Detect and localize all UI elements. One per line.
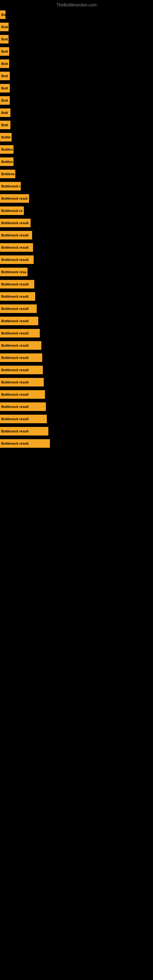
bar-row: Bott <box>0 70 153 82</box>
bar-label: Bottleneck resu <box>1 270 27 274</box>
bar-row: Bottle <box>0 131 153 143</box>
bar-label: Bottleneck result <box>1 405 29 409</box>
bar-fill: Bott <box>0 47 9 56</box>
bar-fill: Bottlen <box>0 158 13 166</box>
bar-fill: Bottleneck result <box>0 219 30 227</box>
bar-row: Bottlen <box>0 143 153 156</box>
bar-row: Bottleneck result <box>0 339 153 352</box>
bar-fill: Bottleneck resul <box>0 194 29 203</box>
bar-row: Bottleneck result <box>0 388 153 401</box>
bar-row: Bottleneck resul <box>0 192 153 205</box>
bar-row: Bottleneck result <box>0 290 153 302</box>
bar-fill: Bottlene <box>0 170 15 178</box>
bar-label: Bottleneck result <box>1 417 29 421</box>
site-title: TheBottlenecker.com <box>0 0 153 9</box>
bar-label: Bott <box>1 86 8 90</box>
bar-label: Bottlen <box>1 160 13 164</box>
bar-fill: Bottleneck result <box>0 231 32 240</box>
bar-fill: Bottleneck result <box>0 366 43 374</box>
bar-row: Bott <box>0 94 153 107</box>
bar-fill: Bott <box>0 59 9 68</box>
bar-fill: Bottleneck result <box>0 378 44 387</box>
bar-fill: Bottleneck result <box>0 439 50 448</box>
bar-row: Bottleneck result <box>0 241 153 254</box>
bar-label: Bottleneck result <box>1 258 29 261</box>
bar-fill: Bo <box>0 10 5 19</box>
bar-label: Bottleneck re <box>1 209 22 213</box>
bar-label: Bott <box>1 111 8 115</box>
bar-row: Bottleneck resu <box>0 266 153 278</box>
bar-fill: Bottleneck result <box>0 353 42 362</box>
bar-fill: Bottleneck result <box>0 317 38 325</box>
bar-fill: Bott <box>0 96 10 105</box>
bar-row: Bott <box>0 57 153 70</box>
bar-label: Bottleneck result <box>1 368 29 372</box>
bar-fill: Bottleneck result <box>0 243 33 252</box>
bar-fill: Bott <box>0 121 10 129</box>
bar-row: Bottleneck result <box>0 438 153 450</box>
bar-row: Bottleneck result <box>0 229 153 241</box>
bar-label: Bottleneck result <box>1 319 29 323</box>
bar-label: Bottleneck result <box>1 356 29 360</box>
bar-fill: Bottleneck result <box>0 292 35 301</box>
bar-label: Bottleneck result <box>1 442 29 445</box>
bar-row: Bottleneck r <box>0 180 153 192</box>
bar-label: Bottleneck resul <box>1 197 27 200</box>
bar-fill: Bottleneck result <box>0 329 40 337</box>
bar-row: Bott <box>0 45 153 57</box>
bar-row: Bottleneck result <box>0 302 153 315</box>
bar-fill: Bottleneck result <box>0 341 41 350</box>
bar-row: Bottlene <box>0 168 153 180</box>
bar-label: Bott <box>1 74 8 78</box>
bar-label: Bottlen <box>1 148 13 151</box>
bar-row: Bottleneck result <box>0 327 153 339</box>
bar-label: Bottleneck result <box>1 233 29 237</box>
bar-fill: Bott <box>0 23 9 31</box>
bar-row: Bottleneck result <box>0 315 153 327</box>
bar-fill: Bottle <box>0 133 12 142</box>
bar-label: Bott <box>1 62 8 65</box>
bar-label: Bott <box>1 25 8 29</box>
bar-label: Bottleneck result <box>1 430 29 433</box>
bar-label: Bott <box>1 123 8 127</box>
bar-row: Bottleneck re <box>0 205 153 217</box>
bar-label: Bottle <box>1 135 11 139</box>
bar-row: Bottleneck result <box>0 376 153 388</box>
bar-label: Bo <box>1 13 6 16</box>
bar-label: Bottleneck result <box>1 380 29 384</box>
bar-row: Bottlen <box>0 156 153 168</box>
bar-label: Bottleneck r <box>1 185 21 188</box>
bar-row: Bottleneck result <box>0 401 153 413</box>
bar-row: Bo <box>0 9 153 21</box>
bar-fill: Bottleneck resu <box>0 268 27 276</box>
bar-row: Bottleneck result <box>0 217 153 229</box>
bar-label: Bottleneck result <box>1 307 29 310</box>
bar-row: Bottleneck result <box>0 413 153 425</box>
bar-fill: Bott <box>0 35 9 43</box>
bar-fill: Bott <box>0 72 10 80</box>
bar-row: Bott <box>0 107 153 119</box>
bar-row: Bottleneck result <box>0 425 153 438</box>
bar-label: Bottlene <box>1 172 15 176</box>
bar-row: Bott <box>0 21 153 33</box>
bar-fill: Bottleneck r <box>0 182 21 191</box>
bar-label: Bottleneck result <box>1 246 29 249</box>
bar-fill: Bottleneck result <box>0 427 48 436</box>
bar-label: Bottleneck result <box>1 344 29 347</box>
bar-label: Bottleneck result <box>1 331 29 335</box>
bar-label: Bottleneck result <box>1 393 29 396</box>
bar-row: Bottleneck result <box>0 364 153 376</box>
bar-label: Bottleneck result <box>1 294 29 298</box>
bar-fill: Bottleneck result <box>0 280 34 288</box>
bar-label: Bottleneck result <box>1 221 29 225</box>
bar-fill: Bottleneck result <box>0 390 45 399</box>
bar-fill: Bottleneck result <box>0 255 33 264</box>
bar-fill: Bottleneck result <box>0 415 47 423</box>
bar-fill: Bottleneck result <box>0 402 46 411</box>
bar-label: Bott <box>1 99 8 102</box>
bar-row: Bott <box>0 119 153 131</box>
bar-row: Bottleneck result <box>0 352 153 364</box>
bar-fill: Bott <box>0 84 10 92</box>
bar-row: Bottleneck result <box>0 254 153 266</box>
bar-row: Bott <box>0 33 153 45</box>
